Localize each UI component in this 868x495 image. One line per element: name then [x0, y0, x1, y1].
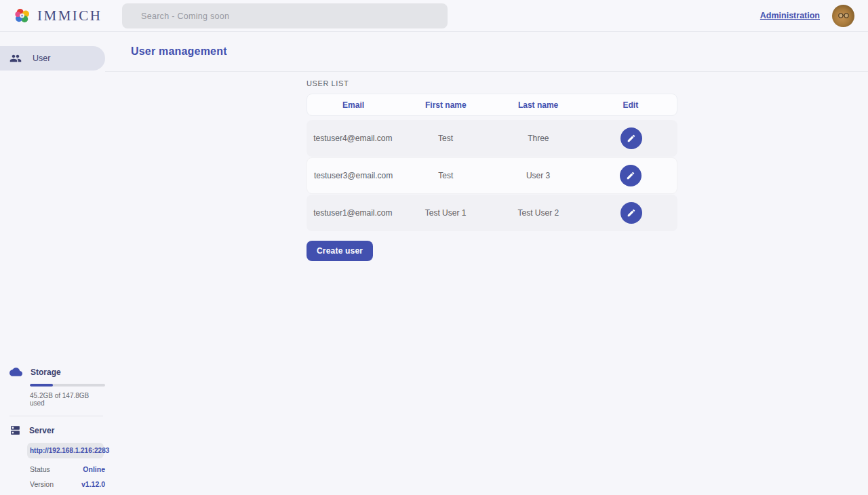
- user-avatar[interactable]: [832, 5, 854, 27]
- user-table: Email First name Last name Edit testuser…: [307, 94, 677, 231]
- cell-email: testuser4@email.com: [307, 134, 399, 143]
- cell-first-name: Test: [399, 134, 492, 143]
- app-logo[interactable]: IMMICH: [14, 7, 102, 24]
- table-row: testuser4@email.com Test Three: [307, 120, 677, 157]
- version-label: Version: [30, 480, 54, 488]
- top-bar: IMMICH Administration: [0, 0, 868, 32]
- edit-user-button[interactable]: [620, 127, 642, 149]
- storage-usage-text: 45.2GB of 147.8GB used: [30, 392, 105, 407]
- table-header-row: Email First name Last name Edit: [307, 94, 677, 116]
- sidebar-item-user[interactable]: User: [0, 46, 105, 71]
- col-header-last-name: Last name: [492, 100, 585, 110]
- cell-email: testuser1@email.com: [307, 208, 399, 218]
- app-name: IMMICH: [37, 7, 102, 24]
- server-title: Server: [29, 426, 54, 435]
- main-panel: User management USER LIST Email First na…: [105, 32, 868, 495]
- status-label: Status: [30, 465, 50, 473]
- search-input[interactable]: [122, 3, 448, 28]
- col-header-email: Email: [307, 100, 399, 110]
- table-row: testuser1@email.com Test User 1 Test Use…: [307, 195, 677, 231]
- pencil-icon: [627, 208, 636, 218]
- table-row: testuser3@email.com Test User 3: [307, 157, 677, 194]
- edit-user-button[interactable]: [620, 165, 642, 186]
- cell-email: testuser3@email.com: [307, 171, 399, 180]
- storage-title: Storage: [31, 368, 61, 377]
- user-list-label: USER LIST: [307, 79, 868, 87]
- status-value: Online: [83, 465, 105, 473]
- page-title-bar: User management: [105, 32, 868, 72]
- server-status-row: Status Online: [30, 465, 105, 473]
- server-url-chip: http://192.168.1.216:2283: [27, 443, 104, 458]
- immich-flower-logo-icon: [14, 7, 31, 24]
- admin-sidebar: User Storage 45.2GB of 147.8GB used Serv…: [0, 32, 105, 495]
- cloud-icon: [9, 365, 22, 378]
- administration-link[interactable]: Administration: [760, 11, 820, 20]
- version-value: v1.12.0: [81, 480, 105, 488]
- dns-server-icon: [9, 424, 21, 436]
- pencil-icon: [626, 171, 635, 180]
- cell-last-name: Three: [492, 134, 585, 143]
- glasses-photo: [836, 8, 851, 23]
- cell-first-name: Test: [399, 171, 492, 180]
- pencil-icon: [627, 134, 636, 143]
- edit-user-button[interactable]: [620, 202, 642, 224]
- page-title: User management: [131, 45, 227, 58]
- storage-progress-fill: [30, 384, 53, 387]
- server-version-row: Version v1.12.0: [30, 480, 105, 488]
- sidebar-divider: [9, 416, 103, 416]
- cell-first-name: Test User 1: [399, 208, 492, 218]
- storage-progress-bar: [30, 384, 105, 387]
- col-header-first-name: First name: [399, 100, 492, 110]
- create-user-button[interactable]: Create user: [307, 241, 373, 261]
- sidebar-item-label: User: [33, 54, 50, 63]
- cell-last-name: Test User 2: [492, 208, 585, 218]
- col-header-edit: Edit: [585, 100, 677, 110]
- cell-last-name: User 3: [492, 171, 585, 180]
- sidebar-footer: Storage 45.2GB of 147.8GB used Server ht…: [0, 365, 105, 488]
- people-icon: [9, 52, 22, 64]
